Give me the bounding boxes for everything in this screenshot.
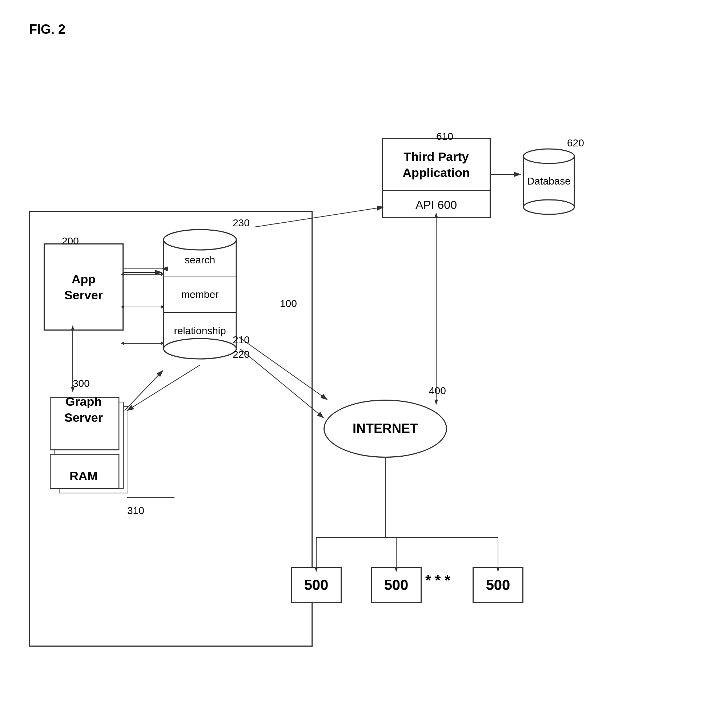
app-server-box: AppServer [44,243,124,330]
client-box-3: 500 [473,567,524,603]
app-server-number: 200 [62,236,79,247]
svg-point-13 [524,149,574,164]
graph-server-number: 300 [73,378,90,389]
svg-point-14 [524,200,574,214]
db-number-210: 210 [233,334,250,346]
api-label: API 600 [383,190,490,219]
dots-label: * * * [425,572,450,589]
client-label-2: 500 [384,577,409,593]
third-party-number: 610 [436,131,453,142]
figure-label: FIG. 2 [29,22,66,37]
db-number-230: 230 [233,217,250,229]
internet-ellipse: INTERNET [323,399,447,458]
svg-text:search: search [185,254,215,266]
internet-number: 400 [429,385,446,397]
ram-label: RAM [69,469,97,483]
client-box-2: 500 [371,567,422,603]
svg-marker-38 [434,399,438,405]
client-box-1: 500 [291,567,342,603]
third-party-title: Third PartyApplication [383,139,490,190]
graph-server-label: GraphServer [64,393,103,425]
svg-point-1 [164,229,236,250]
client-label-3: 500 [486,577,510,593]
internet-label: INTERNET [352,421,418,436]
svg-text:Database: Database [527,176,571,187]
db-right-number: 620 [567,137,584,149]
app-server-label: AppServer [64,271,103,303]
graph-server-text-container: GraphServer [46,390,122,446]
ram-number: 310 [127,505,144,517]
db-number-220: 220 [233,349,250,360]
database-cylinder: search member relationship [160,225,240,363]
third-party-box: Third PartyApplication API 600 [382,138,491,218]
database-right: Database [520,145,578,218]
svg-point-2 [164,339,236,359]
svg-text:relationship: relationship [174,325,226,336]
connection-100-label: 100 [280,298,297,309]
svg-text:member: member [181,289,219,300]
ram-text-container: RAM [46,455,122,497]
client-label-1: 500 [304,577,329,593]
